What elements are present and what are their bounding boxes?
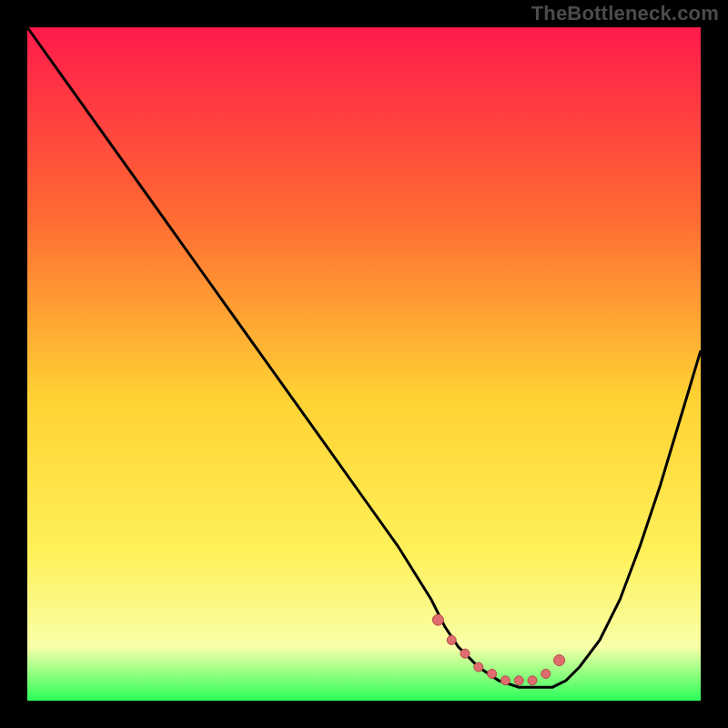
bottleneck-chart [0, 0, 728, 728]
chart-frame: TheBottleneck.com [0, 0, 728, 728]
optimal-marker [514, 676, 523, 685]
optimal-marker [488, 669, 497, 678]
optimal-marker [447, 635, 456, 644]
optimal-marker [554, 655, 565, 666]
optimal-marker [528, 676, 537, 685]
watermark-text: TheBottleneck.com [531, 2, 719, 25]
optimal-marker [432, 614, 443, 625]
optimal-marker [500, 676, 510, 685]
plot-background [27, 27, 701, 701]
optimal-marker [474, 662, 483, 672]
optimal-marker [541, 669, 551, 678]
optimal-marker [460, 649, 470, 658]
